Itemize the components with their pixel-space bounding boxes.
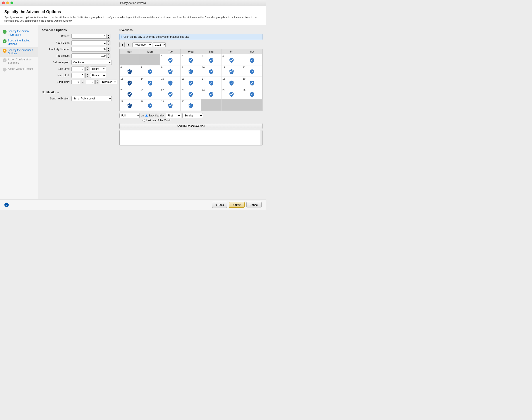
parallelism-down[interactable]: ▼ xyxy=(107,56,110,58)
retries-input[interactable] xyxy=(72,34,107,38)
parallelism-spinner[interactable]: ▲ ▼ xyxy=(107,54,110,58)
start-minute-down[interactable]: ▼ xyxy=(95,82,99,84)
calendar-day-6[interactable]: 6 xyxy=(120,65,140,77)
parallelism-input[interactable] xyxy=(72,54,107,58)
minimize-btn[interactable] xyxy=(6,1,9,4)
last-day-radio[interactable] xyxy=(142,119,145,122)
footer: ? < Back Next > Cancel xyxy=(0,199,266,210)
retry-delay-down[interactable]: ▼ xyxy=(107,43,110,45)
retries-down[interactable]: ▼ xyxy=(107,36,110,39)
day-number-25: 25 xyxy=(222,89,225,91)
hard-limit-up[interactable]: ▲ xyxy=(86,73,89,75)
calendar-day-24[interactable]: 24 xyxy=(201,88,221,99)
calendar-day-7[interactable]: 7 xyxy=(140,65,160,77)
calendar-day-27[interactable]: 27 xyxy=(120,99,140,111)
calendar-day-9[interactable]: 9 xyxy=(181,65,201,77)
cancel-button[interactable]: Cancel xyxy=(246,202,262,208)
month-select[interactable]: JanuaryFebruaryMarch AprilMayJune JulyAu… xyxy=(132,42,152,47)
calendar-day-1[interactable]: 1 xyxy=(160,54,181,65)
calendar-day-8[interactable]: 8 xyxy=(160,65,181,77)
calendar-day-5[interactable]: 5 xyxy=(242,54,262,65)
calendar-day-17[interactable]: 17 xyxy=(201,77,221,88)
specified-day-option[interactable]: Specified day xyxy=(145,114,164,117)
next-button[interactable]: Next > xyxy=(229,202,244,208)
calendar-day-15[interactable]: 15 xyxy=(160,77,181,88)
close-btn[interactable] xyxy=(2,1,5,4)
sidebar-item-action-info[interactable]: ✓ Specify the Action Information xyxy=(0,28,38,38)
calendar-day-2[interactable]: 2 xyxy=(181,54,201,65)
retries-spinner[interactable]: ▲ ▼ xyxy=(107,34,110,39)
calendar-day-22[interactable]: 22 xyxy=(160,88,181,99)
day-number-17: 17 xyxy=(202,77,205,80)
retry-delay-spinner[interactable]: ▲ ▼ xyxy=(107,41,110,45)
calendar-day-21[interactable]: 21 xyxy=(140,88,160,99)
sidebar-item-advanced[interactable]: ● Specify the Advanced Options xyxy=(0,47,38,57)
soft-limit-down[interactable]: ▼ xyxy=(86,69,89,71)
calendar-day-12[interactable]: 12 xyxy=(242,65,262,77)
calendar-day-10[interactable]: 10 xyxy=(201,65,221,77)
start-hour-spinner[interactable]: ▲ ▼ xyxy=(81,80,85,84)
hard-limit-spinner[interactable]: ▲ ▼ xyxy=(85,73,89,78)
calendar-day-4[interactable]: 4 xyxy=(221,54,242,65)
soft-limit-up[interactable]: ▲ xyxy=(86,67,89,69)
calendar-day-3[interactable]: 3 xyxy=(201,54,221,65)
occurrence-select[interactable]: FirstSecondThirdFourthLast xyxy=(166,113,181,118)
inactivity-up[interactable]: ▲ xyxy=(107,47,110,49)
specified-day-radio[interactable] xyxy=(145,114,148,117)
back-button[interactable]: < Back xyxy=(212,202,227,208)
calendar-nav: ◀ ▶ JanuaryFebruaryMarch AprilMayJune Ju… xyxy=(119,42,263,47)
start-hour-down[interactable]: ▼ xyxy=(81,82,85,84)
calendar-day-14[interactable]: 14 xyxy=(140,77,160,88)
calendar-day-26[interactable]: 26 xyxy=(242,88,262,99)
retry-delay-input[interactable] xyxy=(72,41,107,45)
shield-icon-day-4 xyxy=(222,55,241,64)
hard-limit-unit[interactable]: HoursMinutesDays xyxy=(90,73,106,78)
backup-type-select[interactable]: FullDifferentialIncrementalUser xyxy=(119,113,140,118)
calendar-day-25[interactable]: 25 xyxy=(221,88,242,99)
calendar-day-23[interactable]: 23 xyxy=(181,88,201,99)
add-rule-button[interactable]: Add rule based override xyxy=(119,123,263,129)
hard-limit-input[interactable] xyxy=(71,73,84,78)
start-minute-up[interactable]: ▲ xyxy=(95,80,99,82)
retries-up[interactable]: ▲ xyxy=(107,34,110,36)
send-notification-select[interactable]: Set at Policy Level Never Always On Erro… xyxy=(71,96,112,101)
calendar-day-30[interactable]: 30 xyxy=(181,99,201,111)
calendar-day-11[interactable]: 11 xyxy=(221,65,242,77)
sidebar-item-backup-options[interactable]: ✓ Specify the Backup Options xyxy=(0,38,38,47)
calendar-day-18[interactable]: 18 xyxy=(221,77,242,88)
soft-limit-input[interactable] xyxy=(71,66,84,71)
window-controls[interactable] xyxy=(2,1,13,4)
calendar-day-20[interactable]: 20 xyxy=(120,88,140,99)
day-of-week-select[interactable]: SundayMondayTuesday WednesdayThursdayFri… xyxy=(182,113,203,118)
calendar-day-29[interactable]: 29 xyxy=(160,99,181,111)
sidebar-item-label-results: Action Wizard Results xyxy=(8,67,33,71)
soft-limit-spinner[interactable]: ▲ ▼ xyxy=(85,66,89,71)
retry-delay-up[interactable]: ▲ xyxy=(107,41,110,43)
calendar-day-13[interactable]: 13 xyxy=(120,77,140,88)
year-select[interactable]: 202020212022 20232024 xyxy=(153,42,166,47)
soft-limit-unit[interactable]: HoursMinutesDays xyxy=(90,66,106,71)
calendar-day-19[interactable]: 19 xyxy=(242,77,262,88)
start-hour-input[interactable] xyxy=(71,80,80,84)
start-minute-input[interactable] xyxy=(86,80,94,84)
scrollbar[interactable] xyxy=(261,130,262,145)
calendar-day-16[interactable]: 16 xyxy=(181,77,201,88)
inactivity-down[interactable]: ▼ xyxy=(107,49,110,52)
start-minute-spinner[interactable]: ▲ ▼ xyxy=(95,80,99,84)
calendar-day-28[interactable]: 28 xyxy=(140,99,160,111)
maximize-btn[interactable] xyxy=(11,1,13,4)
help-button[interactable]: ? xyxy=(4,203,9,207)
inactivity-timeout-spinner[interactable]: ▲ ▼ xyxy=(107,47,110,52)
start-time-mode[interactable]: DisabledEnabled xyxy=(100,80,117,84)
calendar-next-btn[interactable]: ▶ xyxy=(126,42,131,47)
header-sun: Sun xyxy=(120,49,140,54)
inactivity-timeout-input[interactable] xyxy=(72,47,107,51)
parallelism-up[interactable]: ▲ xyxy=(107,54,110,56)
hard-limit-down[interactable]: ▼ xyxy=(86,75,89,78)
check-icon-backup: ✓ xyxy=(3,39,7,43)
day-number-11: 11 xyxy=(222,66,225,69)
last-day-option[interactable]: Last day of the Month xyxy=(142,119,171,122)
calendar-prev-btn[interactable]: ◀ xyxy=(119,42,125,47)
failure-impact-select[interactable]: Continue Abort xyxy=(71,60,112,65)
start-hour-up[interactable]: ▲ xyxy=(81,80,85,82)
